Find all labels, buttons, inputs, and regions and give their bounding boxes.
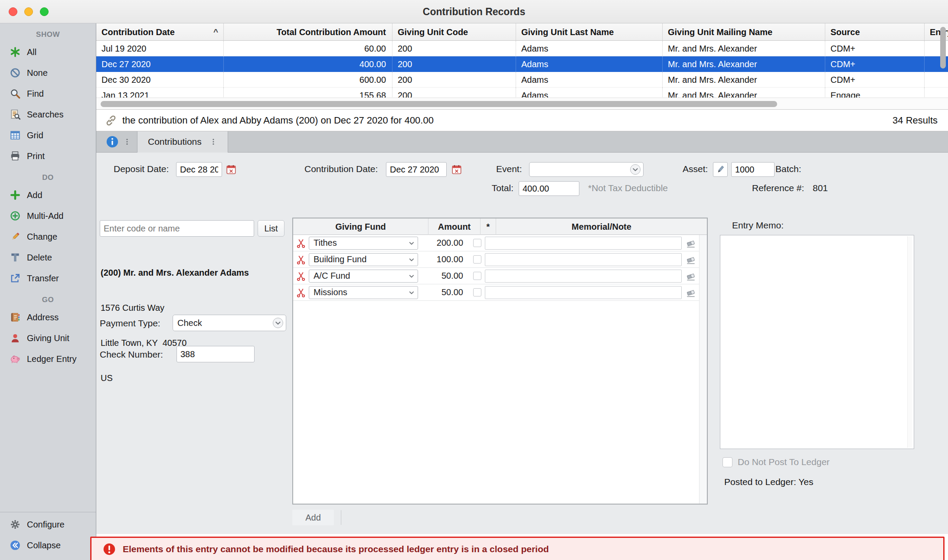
column-header-source[interactable]: Source (825, 23, 925, 41)
sidebar-item-all[interactable]: All (0, 42, 96, 62)
table-row[interactable]: Dec 30 2020600.00200AdamsMr. and Mrs. Al… (96, 72, 948, 88)
fund-amount[interactable]: 200.00 (418, 238, 469, 248)
vertical-dots-icon[interactable] (209, 136, 217, 147)
code-search-input[interactable] (100, 220, 254, 237)
minimize-button[interactable] (24, 7, 33, 16)
eraser-icon[interactable] (685, 270, 696, 282)
table-row[interactable]: Dec 27 2020400.00200AdamsMr. and Mrs. Al… (96, 56, 948, 72)
giving-fund-select[interactable]: A/C Fund (309, 270, 418, 283)
memorial-note-input[interactable] (485, 253, 682, 266)
sidebar-item-transfer[interactable]: Transfer (0, 268, 96, 289)
memorial-note-input[interactable] (485, 270, 682, 283)
vertical-scrollbar[interactable] (940, 27, 946, 68)
column-header-contribution-date[interactable]: Contribution Date ^ (96, 23, 224, 41)
deposit-date-input[interactable] (176, 162, 222, 177)
column-header-giving-unit-mailing-name[interactable]: Giving Unit Mailing Name (663, 23, 825, 41)
fund-row: Missions50.00 (293, 284, 699, 301)
entry-memo-textarea[interactable] (720, 235, 914, 449)
event-select[interactable] (529, 162, 644, 177)
sidebar-item-ledger-entry[interactable]: Ledger Entry (0, 348, 96, 369)
info-icon[interactable] (106, 135, 119, 148)
memo-scrollbar-track[interactable] (907, 236, 912, 448)
scissors-icon[interactable] (296, 254, 306, 265)
memorial-note-input[interactable] (485, 286, 682, 299)
sidebar-item-delete[interactable]: Delete (0, 247, 96, 268)
scissors-icon[interactable] (296, 271, 306, 281)
tax-deductible-checkbox[interactable] (473, 255, 481, 264)
batch-label: Batch: (775, 161, 801, 177)
sidebar-item-multi-add[interactable]: Multi-Add (0, 205, 96, 226)
zoom-button[interactable] (40, 7, 49, 16)
tab-contributions[interactable]: Contributions (137, 131, 228, 153)
sidebar-item-searches[interactable]: Searches (0, 104, 96, 125)
fund-amount[interactable]: 50.00 (418, 271, 469, 281)
list-button[interactable]: List (258, 220, 284, 237)
tax-deductible-checkbox[interactable] (473, 288, 481, 296)
column-header-giving-unit-last-name[interactable]: Giving Unit Last Name (516, 23, 663, 41)
sidebar-item-configure[interactable]: Configure (0, 514, 96, 535)
giving-fund-select[interactable]: Tithes (309, 237, 418, 250)
scissors-icon[interactable] (296, 238, 306, 248)
do-not-post-label: Do Not Post To Ledger (738, 457, 830, 467)
sidebar-item-none[interactable]: None (0, 62, 96, 83)
tax-deductible-checkbox[interactable] (473, 272, 481, 280)
add-button[interactable]: Add (292, 510, 334, 525)
entry-memo-label: Entry Memo: (732, 218, 784, 233)
printer-icon (10, 150, 21, 162)
column-header-total-contribution-amount[interactable]: Total Contribution Amount (224, 23, 392, 41)
calendar-icon[interactable] (226, 164, 237, 175)
cell-giving-unit-mailing-name: Mr. and Mrs. Alexander (663, 41, 825, 56)
check-number-input[interactable] (177, 346, 255, 362)
fund-amount[interactable]: 50.00 (418, 287, 469, 297)
eraser-icon[interactable] (685, 287, 696, 298)
total-input[interactable] (519, 181, 579, 196)
cell-total-contribution-amount: 155.68 (224, 88, 392, 98)
funds-scrollbar-track[interactable] (699, 235, 707, 504)
column-label: Contribution Date (101, 23, 175, 41)
horizontal-scrollbar-thumb[interactable] (101, 101, 777, 107)
sidebar-item-grid[interactable]: Grid (0, 125, 96, 146)
tax-deductible-checkbox[interactable] (473, 239, 481, 247)
sidebar: SHOWAllNoneFindSearchesGridPrintDOAddMul… (0, 23, 96, 560)
giving-unit-address-line3: US (101, 372, 249, 384)
chevron-down-icon (630, 164, 641, 175)
eraser-icon[interactable] (685, 238, 696, 249)
asterisk-icon (10, 46, 21, 58)
not-tax-deductible-note: *Not Tax Deductible (588, 180, 668, 196)
sidebar-item-collapse[interactable]: Collapse (0, 535, 96, 556)
contribution-date-input[interactable] (386, 162, 447, 177)
sidebar-item-giving-unit[interactable]: Giving Unit (0, 328, 96, 348)
sidebar-item-print[interactable]: Print (0, 146, 96, 166)
close-button[interactable] (9, 7, 17, 16)
memorial-note-input[interactable] (485, 237, 682, 250)
cell-contribution-date: Jul 19 2020 (96, 41, 224, 56)
scissors-icon[interactable] (296, 287, 306, 298)
sidebar-item-find[interactable]: Find (0, 83, 96, 104)
add-fund-row-area: Add (292, 510, 341, 525)
vertical-dots-icon[interactable] (123, 136, 131, 147)
giving-fund-select[interactable]: Building Fund (309, 253, 418, 266)
table-row[interactable]: Jul 19 202060.00200AdamsMr. and Mrs. Ale… (96, 41, 948, 56)
calendar-icon[interactable] (451, 164, 462, 175)
do-not-post-checkbox[interactable] (722, 457, 732, 467)
asset-edit-button[interactable] (713, 162, 728, 177)
sidebar-item-address[interactable]: Address (0, 307, 96, 328)
cell-contribution-date: Dec 27 2020 (96, 56, 224, 72)
eraser-icon[interactable] (685, 254, 696, 265)
table-row[interactable]: Jan 13 2021155.68200AdamsMr. and Mrs. Al… (96, 88, 948, 98)
giving-fund-select[interactable]: Missions (309, 286, 418, 299)
column-header-giving-unit-code[interactable]: Giving Unit Code (392, 23, 516, 41)
fund-row: Tithes200.00 (293, 235, 699, 251)
slashed-circle-icon (10, 67, 21, 78)
circle-plus-icon (10, 210, 21, 221)
link-icon (105, 114, 117, 127)
fund-amount[interactable]: 100.00 (418, 254, 469, 264)
funds-table-header: Giving Fund Amount * Memorial/Note (293, 218, 707, 235)
sidebar-item-change[interactable]: Change (0, 226, 96, 247)
results-count: 34 Results (892, 115, 938, 126)
piggy-bank-icon (10, 353, 21, 365)
payment-type-select[interactable]: Check (173, 315, 286, 331)
horizontal-scrollbar[interactable] (96, 98, 948, 110)
sidebar-item-add[interactable]: Add (0, 185, 96, 205)
asset-input[interactable] (731, 162, 775, 177)
